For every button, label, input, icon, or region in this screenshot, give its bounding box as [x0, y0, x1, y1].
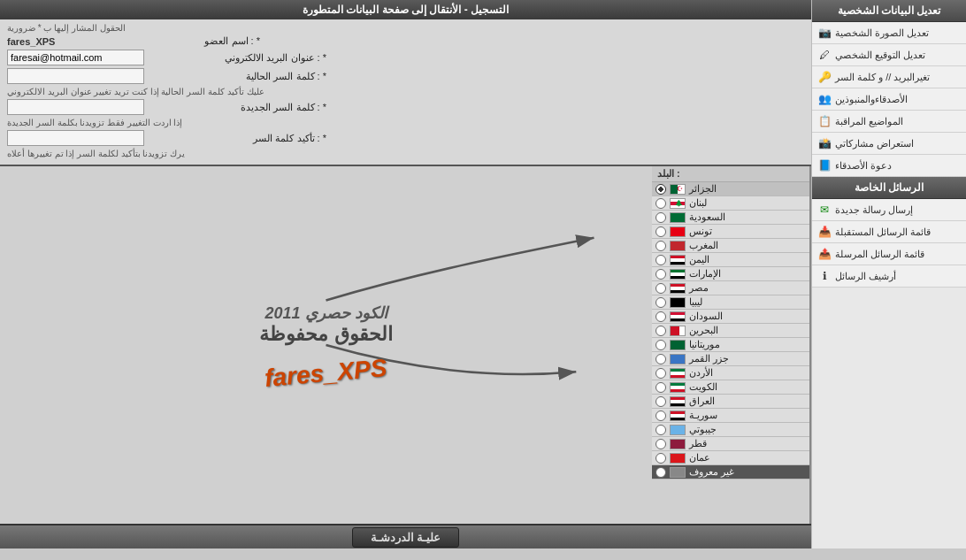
country-list: : البلد الجزائرلبنانالسعوديةتونسالمغربال…: [652, 166, 811, 524]
country-name: سوريـة: [689, 410, 717, 421]
country-radio[interactable]: [656, 453, 666, 464]
country-radio[interactable]: [656, 198, 666, 209]
country-radio[interactable]: [656, 354, 666, 364]
sidebar-item-label: تعديل الصورة الشخصية: [835, 27, 929, 39]
country-radio[interactable]: [656, 340, 666, 350]
country-radio[interactable]: [656, 439, 666, 449]
watermark-area: الكود حصري 2011 الحقوق محفوظة fares_XPS: [0, 166, 652, 524]
sidebar-item-label: الأصدقاءوالمنبوذين: [835, 94, 908, 105]
sidebar-item-inbox[interactable]: قائمة الرسائل المستقبلة 📥: [812, 221, 966, 243]
country-radio[interactable]: [656, 467, 666, 478]
sidebar-item-change-email-pass[interactable]: تغيرالبريد // و كلمة السر 🔑: [812, 66, 966, 88]
email-row: * : عنوان البريد الالكتروني: [7, 50, 804, 65]
country-item[interactable]: موريتانيا: [652, 338, 809, 352]
country-item[interactable]: غير معروف: [652, 465, 809, 479]
country-flag: [670, 241, 686, 251]
country-flag: [670, 184, 686, 195]
archive-icon: ℹ: [817, 269, 832, 283]
sidebar-item-edit-photo[interactable]: تعديل الصورة الشخصية 📷: [812, 22, 966, 44]
country-item[interactable]: سوريـة: [652, 409, 809, 423]
sidebar-item-label: المواضيع المراقبة: [835, 116, 903, 127]
country-item[interactable]: العراق: [652, 395, 809, 409]
inbox-icon: 📥: [817, 225, 832, 239]
country-radio[interactable]: [656, 226, 666, 237]
sidebar-item-label: قائمة الرسائل المرسلة: [835, 249, 924, 260]
current-pass-label: * : كلمة السر الحالية: [150, 71, 326, 82]
pen-icon: 🖊: [817, 48, 832, 62]
country-flag: [670, 255, 686, 265]
country-radio[interactable]: [656, 184, 666, 195]
country-item[interactable]: السودان: [652, 310, 809, 324]
country-radio[interactable]: [656, 255, 666, 265]
country-item[interactable]: المغرب: [652, 239, 809, 253]
sidebar-item-label: أرشيف الرسائل: [835, 271, 896, 282]
country-item[interactable]: ليبيا: [652, 295, 809, 310]
new-pass-hint: إذا اردت التغيير فقط تزويدنا بكلمة السر …: [7, 118, 186, 127]
country-flag: [670, 396, 686, 407]
country-item[interactable]: السعودية: [652, 211, 809, 225]
country-item[interactable]: عمان: [652, 451, 809, 465]
country-name: العراق: [689, 395, 715, 407]
country-radio[interactable]: [656, 297, 666, 308]
chat-button[interactable]: عليـة الدردشـة: [352, 527, 460, 548]
country-item[interactable]: الإمارات: [652, 267, 809, 281]
country-item[interactable]: الكويت: [652, 380, 809, 395]
topics-icon: 📋: [817, 114, 832, 128]
country-radio[interactable]: [656, 382, 666, 393]
country-radio[interactable]: [656, 283, 666, 294]
required-note: الحقول المشار إليها ب * ضرورية: [7, 23, 129, 33]
sidebar-item-archive[interactable]: أرشيف الرسائل ℹ: [812, 265, 966, 288]
sidebar-item-sent[interactable]: قائمة الرسائل المرسلة 📤: [812, 243, 966, 265]
email-input[interactable]: [7, 50, 144, 65]
country-radio[interactable]: [656, 396, 666, 407]
country-item[interactable]: الجزائر: [652, 182, 809, 196]
username-value: fares_XPS: [7, 36, 78, 47]
email-label: * : عنوان البريد الالكتروني: [150, 52, 326, 64]
main-content: التسجيل - الأنتقال إلى صفحة البيانات الم…: [0, 0, 811, 548]
country-item[interactable]: جيبوتي: [652, 423, 809, 437]
country-name: قطر: [689, 438, 707, 449]
country-name: المغرب: [689, 240, 718, 251]
country-radio[interactable]: [656, 269, 666, 280]
confirm-pass-row: * : تأكيد كلمة السر: [7, 130, 804, 146]
page-header: التسجيل - الأنتقال إلى صفحة البيانات الم…: [0, 0, 811, 19]
country-item[interactable]: لبنان: [652, 196, 809, 211]
country-name: الإمارات: [689, 268, 721, 280]
country-name: عمان: [689, 452, 710, 464]
new-pass-label: * : كلمة السر الجديدة: [150, 102, 326, 113]
country-radio[interactable]: [656, 410, 666, 421]
new-pass-input[interactable]: [7, 99, 144, 115]
username-row: * : اسم العضو fares_XPS: [7, 35, 804, 47]
watermark-rights: الحقوق محفوظة: [259, 323, 392, 346]
country-radio[interactable]: [656, 425, 666, 435]
country-name: موريتانيا: [689, 339, 720, 350]
sidebar-item-send-message[interactable]: إرسال رسالة جديدة ✉: [812, 199, 966, 221]
country-item[interactable]: البحرين: [652, 324, 809, 338]
country-item[interactable]: قطر: [652, 437, 809, 451]
confirm-pass-input[interactable]: [7, 130, 144, 146]
country-name: الجزائر: [689, 183, 717, 195]
country-item[interactable]: تونس: [652, 225, 809, 239]
sidebar-section-title-personal: تعديل البيانات الشخصية: [812, 0, 966, 22]
country-name: الأردن: [689, 367, 713, 379]
country-radio[interactable]: [656, 368, 666, 379]
country-radio[interactable]: [656, 212, 666, 223]
current-pass-input[interactable]: [7, 68, 144, 84]
country-radio[interactable]: [656, 326, 666, 336]
country-item[interactable]: جزر القمر: [652, 352, 809, 366]
country-name: جزر القمر: [689, 353, 729, 364]
country-flag: [670, 425, 686, 435]
country-item[interactable]: مصر: [652, 281, 809, 295]
sidebar-item-edit-signature[interactable]: تعديل التوقيع الشخصي 🖊: [812, 44, 966, 66]
sidebar-item-friends[interactable]: الأصدقاءوالمنبوذين 👥: [812, 88, 966, 111]
country-item[interactable]: اليمن: [652, 253, 809, 267]
country-item[interactable]: الأردن: [652, 366, 809, 380]
sidebar-item-watched-topics[interactable]: المواضيع المراقبة 📋: [812, 111, 966, 133]
sidebar-item-label: دعوة الأصدقاء: [835, 160, 892, 172]
sidebar-item-label: تعديل التوقيع الشخصي: [835, 50, 925, 61]
sidebar-item-my-posts[interactable]: استعراض مشاركاتي 📸: [812, 133, 966, 155]
country-radio[interactable]: [656, 311, 666, 322]
country-radio[interactable]: [656, 241, 666, 251]
sidebar-item-invite[interactable]: دعوة الأصدقاء 📘: [812, 155, 966, 177]
pass-hint-row: عليك تأكيد كلمة السر الحالية إذا كنت تري…: [7, 87, 804, 96]
